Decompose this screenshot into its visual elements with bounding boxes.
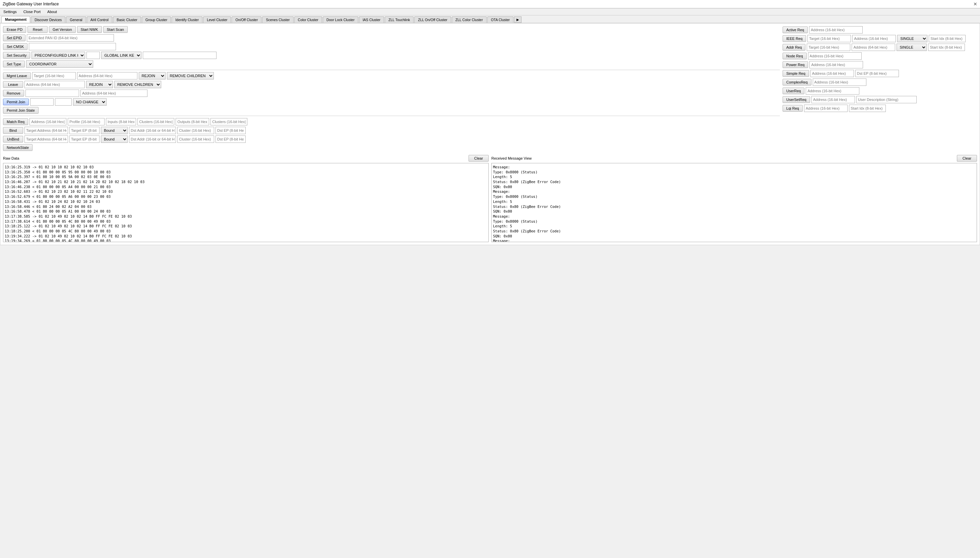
match-req-profile-input[interactable]: [68, 118, 105, 125]
unbind-cluster-input[interactable]: [177, 136, 214, 143]
mgmt-leave-target-input[interactable]: [32, 72, 76, 79]
bind-button[interactable]: Bind: [3, 127, 23, 134]
tab-general[interactable]: General: [66, 16, 86, 23]
ieee-req-address-input[interactable]: [852, 35, 896, 42]
unbind-button[interactable]: UnBind: [3, 136, 23, 143]
permit-join-val2-input[interactable]: FE: [55, 98, 72, 106]
permit-join-val1-input[interactable]: FFFC: [30, 98, 54, 106]
tab-scroll-right[interactable]: ▶: [514, 16, 522, 23]
leave-rejoin-select[interactable]: REJOIN: [86, 81, 113, 88]
tab-management[interactable]: Management: [2, 16, 30, 23]
tab-zll-onoff[interactable]: ZLL On/Off Cluster: [414, 16, 451, 23]
tab-ota-cluster[interactable]: OTA Cluster: [487, 16, 514, 23]
match-req-inputs-input[interactable]: [106, 118, 136, 125]
sqn-input[interactable]: SQN: [87, 52, 100, 59]
tab-ias-cluster[interactable]: IAS Cluster: [359, 16, 384, 23]
security-type-select[interactable]: PRECONFIGURED LINK KEY: [31, 52, 85, 59]
set-epid-button[interactable]: Set EPID: [3, 34, 26, 41]
reset-button[interactable]: Reset: [28, 26, 47, 33]
power-req-address-input[interactable]: [810, 61, 863, 68]
permit-join-state-button[interactable]: Permit Join State: [3, 107, 39, 114]
tab-basic-cluster[interactable]: Basic Cluster: [113, 16, 141, 23]
leave-button[interactable]: Leave: [3, 81, 23, 88]
ieee-req-target-input[interactable]: [807, 35, 851, 42]
close-icon[interactable]: ✕: [973, 2, 977, 7]
complex-req-address-input[interactable]: [813, 79, 866, 86]
leave-children-select[interactable]: REMOVE CHILDREN: [114, 81, 161, 88]
tab-doorlock-cluster[interactable]: Door Lock Cluster: [323, 16, 358, 23]
epid-input[interactable]: [27, 34, 114, 41]
complex-req-button[interactable]: ComplexReq: [783, 79, 811, 85]
match-req-button[interactable]: Match Req: [3, 118, 28, 125]
unbind-dst-addr-input[interactable]: [129, 136, 176, 143]
tab-discover-devices[interactable]: Discover Devices: [31, 16, 65, 23]
permit-join-option-select[interactable]: NO CHANGE: [73, 98, 106, 106]
menu-settings[interactable]: Settings: [2, 9, 18, 15]
start-scan-button[interactable]: Start Scan: [103, 26, 128, 33]
mgmt-leave-rejoin-select[interactable]: REJOIN: [139, 72, 165, 79]
received-message-clear-button[interactable]: Clear: [957, 155, 977, 162]
node-req-button[interactable]: Node Req: [783, 53, 807, 59]
mgmt-leave-button[interactable]: Mgmt Leave: [3, 72, 31, 79]
mgmt-leave-address-input[interactable]: [77, 72, 137, 79]
userset-req-address-input[interactable]: [811, 96, 855, 103]
active-req-address-input[interactable]: [809, 26, 863, 34]
tab-color-cluster[interactable]: Color Cluster: [294, 16, 322, 23]
network-state-button[interactable]: NetworkState: [3, 144, 33, 151]
raw-data-clear-button[interactable]: Clear: [468, 155, 489, 162]
addr-req-button[interactable]: Addr Req: [783, 44, 805, 51]
unbind-dst-ep-input[interactable]: [216, 136, 246, 143]
user-req-button[interactable]: UserReq: [783, 87, 804, 94]
active-req-button[interactable]: Active Req: [783, 26, 808, 33]
tab-level-cluster[interactable]: Level Cluster: [203, 16, 231, 23]
lqi-req-startidx-input[interactable]: [849, 105, 886, 112]
unbind-target-addr-input[interactable]: [25, 136, 68, 143]
leave-address-input[interactable]: [25, 81, 85, 88]
unbind-bound-select[interactable]: Bound: [101, 136, 128, 143]
lqi-req-address-input[interactable]: [804, 105, 847, 112]
remove-input1[interactable]: [26, 90, 79, 97]
menu-close-port[interactable]: Close Port: [22, 9, 42, 15]
menu-about[interactable]: About: [46, 9, 58, 15]
cmsk-input[interactable]: 11: [29, 43, 116, 50]
set-type-button[interactable]: Set Type: [3, 61, 25, 67]
match-req-clusters2-input[interactable]: [211, 118, 247, 125]
addr-req-target-input[interactable]: [807, 44, 850, 51]
userset-req-button[interactable]: UserSetReq: [783, 96, 810, 103]
user-req-address-input[interactable]: [806, 87, 859, 95]
remove-address-input[interactable]: [80, 90, 147, 97]
node-req-address-input[interactable]: [808, 52, 862, 60]
bind-target-addr-input[interactable]: [25, 127, 68, 134]
match-req-outputs-input[interactable]: [176, 118, 209, 125]
addr-req-single-select[interactable]: SINGLE: [897, 44, 927, 51]
tab-zll-touchlink[interactable]: ZLL Touchlink: [385, 16, 414, 23]
ieee-req-startidx-input[interactable]: [929, 35, 965, 42]
start-nwk-button[interactable]: Start NWK: [77, 26, 102, 33]
raw-data-content[interactable]: 13:16:25.319 -> 01 02 10 10 02 10 02 10 …: [3, 163, 489, 242]
tab-group-cluster[interactable]: Group Cluster: [142, 16, 171, 23]
bind-dst-addr-input[interactable]: [129, 127, 176, 134]
simple-req-button[interactable]: Simple Req: [783, 70, 809, 77]
erase-pd-button[interactable]: Erase PD: [3, 26, 26, 33]
get-version-button[interactable]: Get Version: [49, 26, 75, 33]
link-key-select[interactable]: GLOBAL LINK KEY: [101, 52, 141, 59]
ieee-req-single-select[interactable]: SINGLE: [897, 35, 928, 42]
match-req-address-input[interactable]: [29, 118, 66, 125]
set-security-button[interactable]: Set Security: [3, 52, 30, 59]
bind-cluster-input[interactable]: [177, 127, 214, 134]
remove-button[interactable]: Remove: [3, 90, 24, 97]
addr-req-address-input[interactable]: [852, 44, 895, 51]
tab-onoff-cluster[interactable]: On/Off Cluster: [232, 16, 262, 23]
tab-zll-color[interactable]: ZLL Color Cluster: [452, 16, 487, 23]
set-cmsk-button[interactable]: Set CMSK: [3, 43, 28, 50]
bind-bound-select[interactable]: Bound: [101, 127, 128, 134]
simple-req-dstep-input[interactable]: [855, 70, 899, 77]
simple-req-address-input[interactable]: [810, 70, 854, 77]
key-value-input[interactable]: 5A6967426565416C6C69616E63653039: [143, 52, 216, 59]
tab-scenes-cluster[interactable]: Scenes Cluster: [262, 16, 293, 23]
permit-join-button[interactable]: Permit Join: [3, 98, 29, 105]
received-message-content[interactable]: Message: Type: 0x8000 (Status) Length: 5…: [491, 163, 977, 242]
tab-identify-cluster[interactable]: Identify Cluster: [172, 16, 203, 23]
power-req-button[interactable]: Power Req: [783, 61, 808, 68]
bind-dst-ep-input[interactable]: [216, 127, 246, 134]
